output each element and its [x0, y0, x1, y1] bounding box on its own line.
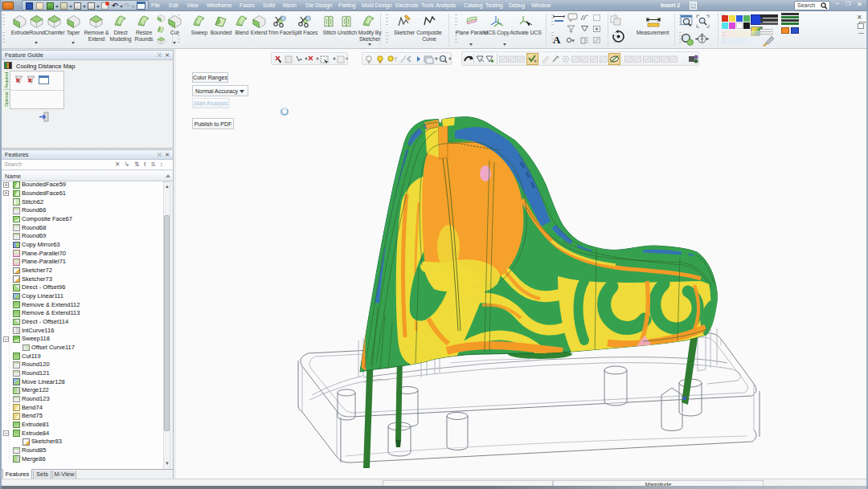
svg-text:?: ? — [394, 56, 397, 62]
